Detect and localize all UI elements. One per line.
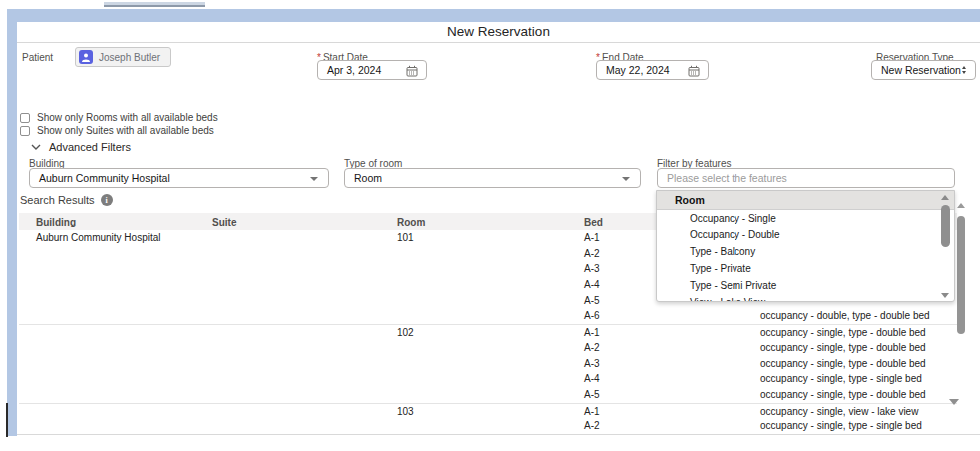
table-row[interactable]: A-5 occupancy - single, type - double be… (19, 387, 957, 403)
table-row[interactable]: 103 A-1 occupancy - single, view - lake … (19, 403, 957, 419)
features-placeholder: Please select the features (667, 172, 787, 184)
left-edge-mark (6, 403, 8, 437)
table-row[interactable]: 102 A-1 occupancy - single, type - doubl… (19, 324, 957, 340)
table-row[interactable]: A-4 occupancy - single, type - single be… (19, 371, 957, 387)
table-bottom-border (17, 434, 980, 435)
dropdown-option[interactable]: Occupancy - Single (657, 210, 939, 226)
cell-bed: A-2 (584, 420, 600, 431)
building-select[interactable]: Auburn Community Hospital (29, 168, 329, 188)
show-suites-checkbox[interactable] (20, 126, 30, 136)
cell-bed: A-6 (584, 310, 600, 321)
person-icon (79, 50, 93, 64)
patient-label: Patient (22, 52, 53, 63)
dropdown-option[interactable]: Occupancy - Double (657, 226, 939, 243)
cell-features: occupancy - single, type - single bed (760, 373, 922, 384)
cell-bed: A-1 (584, 232, 600, 243)
new-reservation-card: New Reservation Patient Joseph Butler *S… (17, 22, 980, 437)
cell-bed: A-1 (584, 406, 600, 417)
dropdown-arrow-icon (310, 177, 318, 181)
advanced-filters-label: Advanced Filters (49, 141, 131, 153)
cell-features: occupancy - single, type - double bed (760, 389, 926, 400)
column-header-suite: Suite (212, 217, 236, 227)
cell-bed: A-3 (584, 358, 600, 369)
dropdown-arrow-icon (622, 177, 630, 181)
window-left-strip (7, 22, 17, 436)
cell-building: Auburn Community Hospital (36, 232, 161, 243)
table-scroll-up-icon[interactable] (957, 203, 965, 208)
dropdown-option[interactable]: Type - Balcony (657, 243, 939, 260)
column-header-room: Room (397, 217, 425, 227)
table-scroll-down-icon[interactable] (949, 399, 959, 405)
features-dropdown-panel: Room Occupancy - SingleOccupancy - Doubl… (656, 190, 955, 302)
cell-room: 102 (397, 327, 414, 338)
dropdown-option[interactable]: Type - Private (657, 260, 939, 277)
info-icon[interactable]: i (101, 194, 113, 206)
features-options: Occupancy - SingleOccupancy - DoubleType… (657, 210, 939, 302)
dropdown-scroll-down-icon[interactable] (941, 293, 949, 298)
column-header-building: Building (36, 217, 76, 227)
cell-bed: A-4 (584, 279, 600, 290)
dropdown-scrollbar-thumb[interactable] (941, 205, 950, 247)
browser-tab-artifact (104, 2, 205, 7)
cell-features: occupancy - single, type - double bed (760, 327, 926, 338)
table-row[interactable]: A-2 occupancy - single, type - single be… (19, 418, 957, 434)
table-scrollbar[interactable] (957, 216, 965, 334)
cell-bed: A-3 (584, 263, 600, 274)
select-spinner-icon (962, 66, 966, 74)
features-group-header: Room (657, 191, 954, 210)
advanced-filters-toggle[interactable]: Advanced Filters (31, 141, 131, 153)
column-header-bed: Bed (584, 217, 603, 227)
show-rooms-checkbox-row: Show only Rooms with all available beds (20, 112, 218, 123)
calendar-icon[interactable] (688, 65, 700, 79)
cell-room: 103 (397, 406, 414, 417)
dropdown-option[interactable]: View - Lake View (657, 294, 939, 302)
cell-features: occupancy - single, view - lake view (760, 406, 918, 417)
cell-bed: A-5 (584, 389, 600, 400)
features-input[interactable]: Please select the features (657, 168, 955, 188)
room-type-select[interactable]: Room (344, 168, 641, 188)
search-results-header: Search Results i (20, 194, 113, 206)
dropdown-scrollbar-track[interactable] (939, 193, 952, 301)
show-suites-checkbox-row: Show only Suites with all available beds (20, 125, 214, 136)
patient-name: Joseph Butler (99, 52, 160, 63)
card-header: New Reservation (17, 22, 980, 43)
start-date-input[interactable]: Apr 3, 2024 (317, 60, 427, 80)
cell-room: 101 (397, 232, 414, 243)
cell-bed: A-5 (584, 295, 600, 306)
cell-features: occupancy - single, type - double bed (760, 358, 926, 369)
cell-bed: A-4 (584, 373, 600, 384)
calendar-icon[interactable] (406, 65, 418, 79)
page: New Reservation Patient Joseph Butler *S… (0, 0, 980, 451)
patient-chip[interactable]: Joseph Butler (75, 47, 171, 67)
show-rooms-label: Show only Rooms with all available beds (37, 112, 218, 123)
table-row[interactable]: A-3 occupancy - single, type - double be… (19, 356, 957, 372)
cell-features: occupancy - single, type - double bed (760, 342, 926, 353)
chevron-down-icon (31, 144, 41, 150)
cell-bed: A-1 (584, 327, 600, 338)
dropdown-option[interactable]: Type - Semi Private (657, 277, 939, 294)
table-row[interactable]: A-6 occupancy - double, type - double be… (19, 308, 957, 324)
search-results-title: Search Results (20, 194, 95, 206)
page-title: New Reservation (17, 22, 980, 42)
cell-features: occupancy - double, type - double bed (760, 310, 930, 321)
end-date-input[interactable]: May 22, 2024 (596, 60, 709, 80)
show-suites-label: Show only Suites with all available beds (37, 125, 214, 136)
cell-bed: A-2 (584, 248, 600, 259)
cell-bed: A-2 (584, 342, 600, 353)
cell-features: occupancy - single, type - single bed (760, 420, 922, 431)
show-rooms-checkbox[interactable] (20, 113, 30, 123)
window-top-bar (7, 9, 980, 22)
dropdown-scroll-up-icon[interactable] (941, 195, 949, 200)
table-row[interactable]: A-2 occupancy - single, type - double be… (19, 340, 957, 356)
reservation-type-select[interactable]: New Reservation (871, 60, 976, 80)
